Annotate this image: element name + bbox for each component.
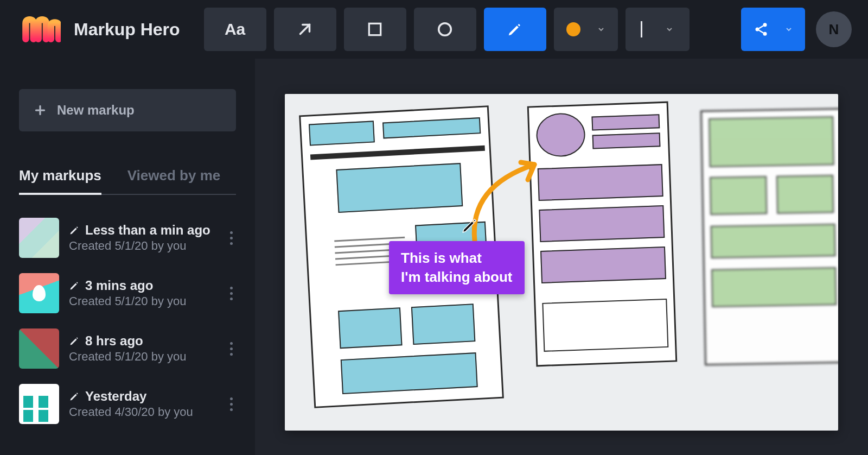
canvas[interactable]: This is what I'm talking about bbox=[285, 94, 838, 431]
pen-icon bbox=[69, 336, 80, 346]
stroke-width-button[interactable] bbox=[626, 8, 690, 51]
share-button[interactable] bbox=[741, 8, 805, 51]
canvas-area: This is what I'm talking about bbox=[255, 59, 868, 455]
new-markup-button[interactable]: New markup bbox=[19, 89, 236, 131]
markup-list: Less than a min ago Created 5/1/20 by yo… bbox=[19, 218, 236, 424]
pen-cursor-icon bbox=[461, 216, 479, 235]
item-title: Yesterday bbox=[85, 389, 146, 404]
svg-rect-1 bbox=[369, 23, 380, 35]
thumbnail-icon bbox=[19, 273, 59, 313]
pen-icon bbox=[507, 21, 523, 37]
svg-point-3 bbox=[763, 23, 767, 27]
item-menu-button[interactable] bbox=[227, 283, 236, 304]
arrow-tool-button[interactable] bbox=[274, 8, 336, 51]
tab-my-markups[interactable]: My markups bbox=[19, 167, 101, 194]
svg-line-6 bbox=[759, 26, 763, 29]
rectangle-tool-button[interactable] bbox=[344, 8, 406, 51]
item-subtitle: Created 5/1/20 by you bbox=[69, 239, 217, 253]
share-icon bbox=[754, 22, 769, 37]
pen-icon bbox=[69, 391, 80, 402]
top-toolbar: Markup Hero Aa bbox=[0, 0, 868, 59]
app-logo-icon bbox=[22, 16, 61, 43]
tab-viewed-by-me[interactable]: Viewed by me bbox=[127, 167, 221, 194]
item-title: 8 hrs ago bbox=[85, 333, 143, 349]
text-icon: Aa bbox=[225, 20, 245, 39]
item-title: 3 mins ago bbox=[85, 278, 153, 293]
list-item[interactable]: 3 mins ago Created 5/1/20 by you bbox=[19, 273, 236, 313]
thumbnail-icon bbox=[19, 384, 59, 424]
item-menu-button[interactable] bbox=[227, 339, 236, 359]
canvas-image: This is what I'm talking about bbox=[285, 94, 838, 431]
item-menu-button[interactable] bbox=[227, 228, 236, 248]
chevron-down-icon bbox=[597, 25, 605, 34]
list-item[interactable]: 8 hrs ago Created 5/1/20 by you bbox=[19, 328, 236, 369]
annotation-callout[interactable]: This is what I'm talking about bbox=[389, 241, 525, 294]
pen-icon bbox=[69, 280, 80, 291]
chevron-down-icon bbox=[665, 25, 674, 34]
item-menu-button[interactable] bbox=[227, 394, 236, 414]
pen-icon bbox=[69, 225, 80, 236]
circle-icon bbox=[436, 20, 454, 39]
color-swatch-icon bbox=[566, 22, 580, 36]
callout-line1: This is what bbox=[401, 250, 482, 266]
svg-point-4 bbox=[755, 28, 759, 31]
chevron-down-icon bbox=[784, 25, 793, 34]
sidebar-tabs: My markups Viewed by me bbox=[19, 167, 236, 195]
color-picker-button[interactable] bbox=[554, 8, 618, 51]
svg-line-0 bbox=[301, 25, 310, 34]
pen-tool-button[interactable] bbox=[484, 8, 546, 51]
arrow-icon bbox=[296, 20, 314, 39]
item-title: Less than a min ago bbox=[85, 223, 210, 238]
callout-line2: I'm talking about bbox=[401, 269, 513, 285]
square-icon bbox=[366, 21, 384, 38]
list-item[interactable]: Less than a min ago Created 5/1/20 by yo… bbox=[19, 218, 236, 258]
plus-icon bbox=[33, 103, 47, 117]
user-avatar[interactable]: N bbox=[816, 11, 852, 47]
sidebar: New markup My markups Viewed by me Less … bbox=[0, 59, 255, 455]
item-subtitle: Created 5/1/20 by you bbox=[69, 350, 217, 364]
thumbnail-icon bbox=[19, 218, 59, 258]
item-subtitle: Created 4/30/20 by you bbox=[69, 405, 217, 419]
svg-line-7 bbox=[759, 30, 763, 33]
svg-point-5 bbox=[763, 32, 767, 36]
list-item[interactable]: Yesterday Created 4/30/20 by you bbox=[19, 384, 236, 424]
line-weight-icon bbox=[641, 21, 642, 37]
new-markup-label: New markup bbox=[57, 103, 135, 118]
svg-point-2 bbox=[439, 23, 451, 36]
oval-tool-button[interactable] bbox=[414, 8, 476, 51]
item-subtitle: Created 5/1/20 by you bbox=[69, 294, 217, 308]
text-tool-button[interactable]: Aa bbox=[204, 8, 266, 51]
app-title: Markup Hero bbox=[74, 20, 180, 40]
thumbnail-icon bbox=[19, 328, 59, 369]
